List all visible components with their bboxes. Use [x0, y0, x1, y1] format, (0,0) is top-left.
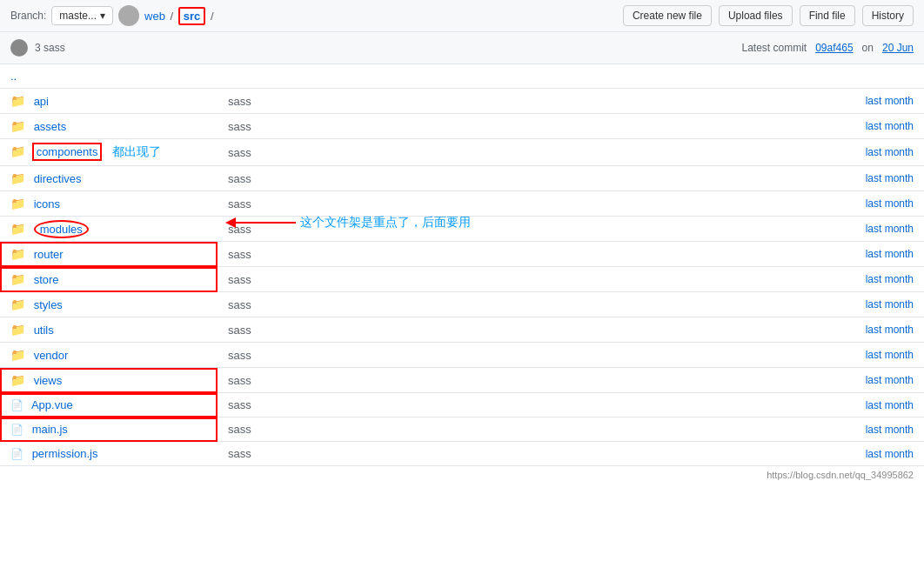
branch-selector[interactable]: maste... ▾ [51, 6, 113, 25]
table-row: 📁 api sass last month [0, 89, 924, 114]
table-row: 📁 icons sass last month [0, 191, 924, 217]
file-name-cell-router: 📁 router [0, 242, 218, 267]
file-link[interactable]: icons [34, 197, 60, 210]
file-icon: 📄 [10, 448, 23, 460]
file-name-cell: 📁 assets [0, 114, 218, 139]
file-list: .. 📁 api sass last month 📁 ass [0, 64, 924, 466]
file-name-cell: 📁 utils [0, 317, 218, 343]
annotation-components: 都出现了 [112, 144, 161, 158]
file-time-cell: last month [493, 417, 924, 442]
find-file-button[interactable]: Find file [800, 5, 855, 26]
commit-bar: 3 sass Latest commit 09af465 on 20 Jun [0, 32, 924, 64]
file-message-cell: sass [218, 343, 493, 368]
avatar [118, 5, 139, 26]
file-time-cell: last month [493, 191, 924, 217]
table-row: 📄 permission.js sass last month [0, 442, 924, 466]
latest-label: Latest commit [741, 42, 807, 54]
folder-icon: 📁 [10, 373, 25, 387]
file-link-store[interactable]: store [34, 273, 59, 286]
file-message-cell: sass [218, 242, 493, 267]
folder-icon: 📁 [10, 171, 25, 185]
history-button[interactable]: History [862, 5, 914, 26]
file-name-cell-store: 📁 store [0, 267, 218, 292]
file-time-cell: last month [493, 166, 924, 191]
folder-icon: 📁 [10, 297, 25, 311]
chevron-down-icon: ▾ [100, 10, 105, 22]
file-message-cell: sass [218, 368, 493, 393]
file-link[interactable]: utils [34, 324, 54, 337]
file-name-cell-appvue: 📄 App.vue [0, 393, 218, 417]
file-message-cell: sass [218, 166, 493, 191]
table-row-components: 📁 components 都出现了 sass last month [0, 139, 924, 166]
file-link-appvue[interactable]: App.vue [31, 398, 73, 411]
file-name-cell-views: 📁 views [0, 368, 218, 393]
file-icon: 📄 [10, 424, 23, 436]
table-row: 📁 directives sass last month [0, 166, 924, 191]
file-message-cell: sass [218, 139, 493, 166]
top-bar-left: Branch: maste... ▾ web / src / [10, 5, 217, 26]
file-time-cell: last month [493, 139, 924, 166]
top-bar-right: Create new file Upload files Find file H… [623, 5, 914, 26]
commit-avatar [10, 39, 28, 57]
folder-icon: 📁 [10, 323, 25, 337]
file-message-cell: sass [218, 191, 493, 217]
table-row: 📁 vendor sass last month [0, 343, 924, 368]
file-link[interactable]: assets [34, 120, 67, 133]
table-row-store: 📁 store sass last month [0, 267, 924, 292]
file-link-modules[interactable]: modules [34, 220, 89, 238]
file-time-cell: last month [493, 317, 924, 343]
file-name-cell: 📁 vendor [0, 343, 218, 368]
file-message-sass: sass [228, 223, 251, 236]
breadcrumb-web[interactable]: web [144, 10, 165, 23]
commit-hash[interactable]: 09af465 [815, 42, 853, 54]
folder-icon: 📁 [10, 197, 25, 210]
file-time-cell: last month [493, 292, 924, 317]
parent-link[interactable]: .. [10, 70, 17, 83]
table-row-router: 📁 router sass last month [0, 242, 924, 267]
file-link-mainjs[interactable]: main.js [32, 423, 68, 436]
top-bar: Branch: maste... ▾ web / src / Create ne… [0, 0, 924, 32]
table-row: 📁 utils sass last month [0, 317, 924, 343]
file-message-cell: sass [218, 267, 493, 292]
file-link[interactable]: permission.js [32, 447, 98, 460]
table-row-appvue: 📄 App.vue sass last month [0, 393, 924, 417]
parent-cell: .. [0, 64, 924, 89]
branch-name: maste... [59, 10, 97, 22]
folder-icon: 📁 [10, 247, 25, 261]
folder-icon: 📁 [10, 222, 25, 236]
file-name-cell: 📁 styles [0, 292, 218, 317]
modules-annotation-text: 这个文件架是重点了，后面要用 [300, 215, 471, 230]
file-link[interactable]: directives [34, 172, 82, 185]
commit-bar-left: 3 sass [10, 39, 65, 57]
file-name-cell: 📄 permission.js [0, 442, 218, 466]
file-table: .. 📁 api sass last month 📁 ass [0, 64, 924, 466]
file-time-cell: last month [493, 343, 924, 368]
file-message-cell: sass [218, 89, 493, 114]
create-new-file-button[interactable]: Create new file [623, 5, 712, 26]
file-link[interactable]: styles [34, 298, 63, 311]
file-message-cell: sass [218, 417, 493, 442]
folder-icon: 📁 [10, 119, 25, 133]
breadcrumb-sep-1: / [167, 10, 177, 23]
branch-label: Branch: [10, 10, 46, 22]
file-link[interactable]: api [34, 95, 49, 108]
file-name-cell: 📁 api [0, 89, 218, 114]
file-message-cell: sass [218, 317, 493, 343]
breadcrumb: web / src / [144, 7, 217, 25]
table-row-mainjs: 📄 main.js sass last month [0, 417, 924, 442]
file-link-views[interactable]: views [34, 374, 63, 387]
file-link-components[interactable]: components [34, 144, 101, 159]
file-link-router[interactable]: router [34, 248, 64, 261]
table-row: 📁 styles sass last month [0, 292, 924, 317]
file-time-cell: last month [493, 267, 924, 292]
upload-files-button[interactable]: Upload files [719, 5, 793, 26]
parent-row: .. [0, 64, 924, 89]
footer: https://blog.csdn.net/qq_34995862 [0, 466, 924, 484]
file-time-cell: last month [493, 217, 924, 242]
commit-date[interactable]: 20 Jun [882, 42, 914, 54]
table-row-views: 📁 views sass last month [0, 368, 924, 393]
file-link[interactable]: vendor [34, 349, 69, 362]
file-message-cell-modules: sass [218, 217, 493, 242]
commit-info: Latest commit 09af465 on 20 Jun [741, 42, 914, 54]
file-time-cell: last month [493, 393, 924, 417]
